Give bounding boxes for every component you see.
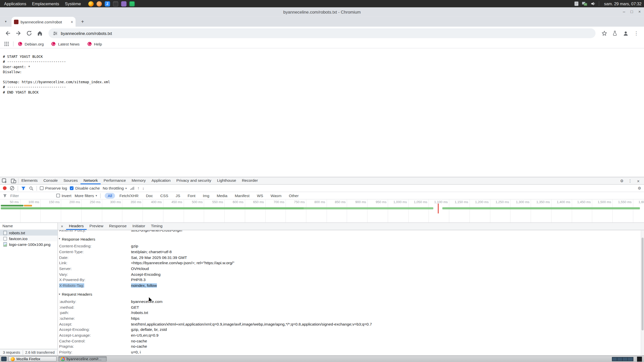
clipboard-icon[interactable] bbox=[574, 1, 579, 6]
launcher-calc-icon[interactable] bbox=[129, 1, 135, 6]
header-row[interactable]: :authority: byanneceline.com bbox=[59, 299, 644, 304]
taskbar-window-button[interactable]: Mozilla Firefox bbox=[8, 356, 57, 361]
inspect-element-icon[interactable] bbox=[0, 177, 9, 184]
tab-search-chevron-icon[interactable]: ▾ bbox=[3, 20, 9, 23]
bookmark-star-icon[interactable] bbox=[599, 28, 609, 38]
invert-filter-checkbox[interactable]: Invert bbox=[56, 193, 71, 198]
header-row[interactable]: :method: GET bbox=[59, 304, 644, 310]
devtools-tab[interactable]: Recorder bbox=[239, 177, 261, 184]
devtools-tab[interactable]: Elements bbox=[18, 177, 41, 184]
filter-pill[interactable]: JS bbox=[173, 193, 183, 199]
filter-toggle-icon[interactable] bbox=[21, 186, 26, 191]
filter-pill[interactable]: Other bbox=[286, 193, 302, 199]
system-menu[interactable]: Applications bbox=[4, 2, 26, 6]
header-row[interactable]: X-Robots-Tag: noindex, follow bbox=[59, 283, 644, 288]
header-row[interactable]: Accept-Language: en-US,en;q=0.9 bbox=[59, 332, 644, 338]
header-row[interactable]: Link: <https://byanneceline.com/wp-json/… bbox=[59, 260, 644, 266]
header-row[interactable]: :scheme: https bbox=[59, 315, 644, 321]
request-row[interactable]: favicon.ico bbox=[0, 236, 58, 241]
trash-applet-icon[interactable] bbox=[637, 356, 642, 361]
close-button[interactable]: × bbox=[638, 10, 641, 14]
forward-button[interactable] bbox=[13, 28, 24, 38]
details-tab[interactable]: Headers bbox=[66, 223, 87, 230]
response-headers-section[interactable]: ▾ Response Headers bbox=[59, 236, 644, 242]
maximize-button[interactable]: □ bbox=[630, 10, 633, 14]
tab-close-icon[interactable]: × bbox=[71, 20, 73, 24]
filter-pill[interactable]: Wasm bbox=[268, 193, 284, 199]
system-menu[interactable]: Système bbox=[65, 2, 81, 6]
launcher-browser-icon[interactable] bbox=[97, 1, 102, 6]
disable-cache-checkbox[interactable]: ✓ Disable cache bbox=[70, 186, 100, 191]
header-row[interactable]: Content-Type: text/plain; charset=utf-8 bbox=[59, 249, 644, 255]
window-titlebar[interactable]: byanneceline.com/robots.txt - Chromium –… bbox=[0, 7, 644, 16]
header-row[interactable]: Vary: Accept-Encoding bbox=[59, 272, 644, 277]
devtools-tab[interactable]: Performance bbox=[101, 177, 129, 184]
show-desktop-icon[interactable] bbox=[1, 357, 7, 361]
scrollbar-thumb[interactable] bbox=[641, 238, 643, 330]
clock[interactable]: sam. 29 mars, 07:32 bbox=[604, 2, 641, 6]
devtools-tab[interactable]: Privacy and security bbox=[174, 177, 214, 184]
taskbar-window-button[interactable]: byanneceline.com/r... bbox=[58, 356, 107, 361]
filter-pill[interactable]: Doc bbox=[143, 193, 156, 199]
filter-pill[interactable]: Manifest bbox=[232, 193, 252, 199]
url-text[interactable]: byanneceline.com/robots.txt bbox=[61, 31, 112, 35]
launcher-mail-icon[interactable] bbox=[121, 1, 127, 6]
device-toolbar-icon[interactable] bbox=[9, 177, 18, 184]
filter-pill[interactable]: Media bbox=[214, 193, 230, 199]
details-scrollbar[interactable] bbox=[641, 230, 644, 355]
record-network-log-button[interactable] bbox=[3, 186, 7, 190]
devtools-tab[interactable]: Memory bbox=[129, 177, 149, 184]
browser-tab[interactable]: byanneceline.com/robot × bbox=[12, 17, 76, 27]
network-overview-timeline[interactable]: 50 ms100 ms150 ms200 ms250 ms300 ms350 m… bbox=[0, 199, 644, 223]
launcher-firefox-icon[interactable] bbox=[88, 1, 94, 6]
headers-content[interactable]: Referrer Policy: strict-origin-when-cros… bbox=[58, 230, 644, 355]
filter-pill[interactable]: Font bbox=[185, 193, 198, 199]
search-network-icon[interactable] bbox=[29, 186, 34, 191]
header-row[interactable]: Server: OVHcloud bbox=[59, 266, 644, 272]
new-tab-button[interactable]: + bbox=[79, 19, 86, 24]
devtools-close-icon[interactable]: × bbox=[635, 178, 641, 183]
bookmark-item[interactable]: Latest News bbox=[51, 41, 79, 47]
header-row[interactable]: Pragma: no-cache bbox=[59, 344, 644, 349]
home-button[interactable] bbox=[34, 28, 45, 38]
volume-icon[interactable] bbox=[590, 1, 595, 6]
header-row[interactable]: Date: Sat, 29 Mar 2025 06:31:39 GMT bbox=[59, 255, 644, 260]
filter-pill[interactable]: Img bbox=[200, 193, 212, 199]
header-row[interactable]: :path: /robots.txt bbox=[59, 310, 644, 315]
workspace-cell[interactable] bbox=[628, 357, 633, 361]
export-har-icon[interactable]: ↓ bbox=[142, 186, 144, 191]
site-info-icon[interactable] bbox=[53, 31, 58, 36]
reload-button[interactable] bbox=[24, 28, 34, 38]
network-settings-gear-icon[interactable]: ⚙ bbox=[638, 186, 641, 191]
filter-pill[interactable]: All bbox=[105, 193, 115, 199]
network-filter-input[interactable] bbox=[10, 193, 53, 198]
details-tab[interactable]: Initiator bbox=[130, 223, 148, 230]
profile-avatar-icon[interactable] bbox=[620, 28, 631, 38]
devtools-menu-kebab-icon[interactable]: ⋮ bbox=[627, 178, 633, 183]
details-tab[interactable]: Preview bbox=[87, 223, 106, 230]
experiments-flask-icon[interactable] bbox=[610, 28, 620, 38]
network-conditions-icon[interactable] bbox=[130, 186, 135, 191]
request-headers-section[interactable]: ▾ Request Headers bbox=[59, 291, 644, 297]
launcher-zoom-icon[interactable]: Z bbox=[105, 1, 110, 6]
header-row[interactable]: Content-Encoding: gzip bbox=[59, 243, 644, 249]
workspace-cell[interactable] bbox=[612, 357, 617, 361]
devtools-tab[interactable]: Application bbox=[149, 177, 174, 184]
request-row[interactable]: robots.txt bbox=[0, 230, 58, 236]
devtools-tab[interactable]: Lighthouse bbox=[214, 177, 239, 184]
system-menu[interactable]: Emplacements bbox=[32, 2, 59, 6]
header-row[interactable]: Accept: text/html,application/xhtml+xml,… bbox=[59, 321, 644, 327]
workspace-cell[interactable] bbox=[617, 357, 623, 361]
bookmark-item[interactable]: Debian.org bbox=[18, 41, 44, 47]
filter-pill[interactable]: CSS bbox=[157, 193, 171, 199]
workspace-cell[interactable] bbox=[623, 357, 628, 361]
address-bar[interactable]: byanneceline.com/robots.txt bbox=[49, 28, 596, 38]
header-row[interactable]: Cache-Control: no-cache bbox=[59, 338, 644, 343]
devtools-settings-gear-icon[interactable]: ⚙ bbox=[619, 178, 625, 183]
close-details-icon[interactable]: × bbox=[58, 224, 66, 229]
import-har-icon[interactable]: ↑ bbox=[138, 186, 140, 191]
bookmark-item[interactable]: Help bbox=[87, 41, 102, 47]
minimize-button[interactable]: – bbox=[623, 10, 625, 14]
filter-pill[interactable]: WS bbox=[254, 193, 266, 199]
apps-grid-icon[interactable] bbox=[4, 41, 9, 47]
